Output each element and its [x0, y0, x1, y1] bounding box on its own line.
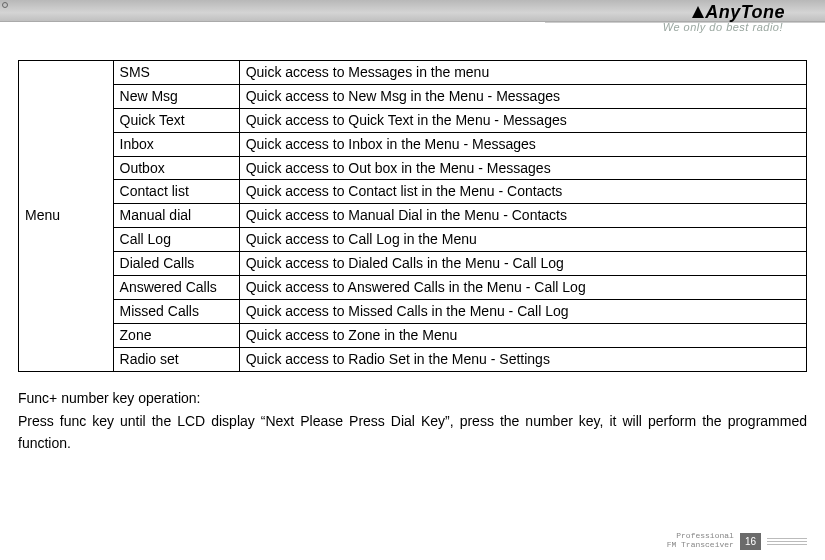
table-row: OutboxQuick access to Out box in the Men… [19, 156, 807, 180]
table-row: New MsgQuick access to New Msg in the Me… [19, 84, 807, 108]
page-footer: Professional FM Transceiver 16 [667, 532, 807, 550]
desc-cell: Quick access to Missed Calls in the Menu… [239, 299, 806, 323]
desc-cell: Quick access to Out box in the Menu - Me… [239, 156, 806, 180]
desc-cell: Quick access to Dialed Calls in the Menu… [239, 252, 806, 276]
category-cell: Menu [19, 61, 114, 372]
corner-dot-icon [2, 2, 8, 8]
name-cell: Missed Calls [113, 299, 239, 323]
desc-cell: Quick access to New Msg in the Menu - Me… [239, 84, 806, 108]
desc-cell: Quick access to Quick Text in the Menu -… [239, 108, 806, 132]
table-row: Radio setQuick access to Radio Set in th… [19, 347, 807, 371]
svg-marker-0 [692, 6, 704, 18]
name-cell: Quick Text [113, 108, 239, 132]
table-row: Dialed CallsQuick access to Dialed Calls… [19, 252, 807, 276]
brand-text: AnyTone [705, 2, 785, 22]
desc-cell: Quick access to Radio Set in the Menu - … [239, 347, 806, 371]
footer-text: Professional FM Transceiver [667, 532, 734, 550]
page-number: 16 [740, 533, 761, 550]
name-cell: Radio set [113, 347, 239, 371]
desc-cell: Quick access to Answered Calls in the Me… [239, 276, 806, 300]
desc-cell: Quick access to Inbox in the Menu - Mess… [239, 132, 806, 156]
page-content: Menu SMS Quick access to Messages in the… [0, 22, 825, 455]
name-cell: Answered Calls [113, 276, 239, 300]
paragraph: Press func key until the LCD display “Ne… [18, 411, 807, 454]
name-cell: Zone [113, 323, 239, 347]
menu-table: Menu SMS Quick access to Messages in the… [18, 60, 807, 372]
table-row: ZoneQuick access to Zone in the Menu [19, 323, 807, 347]
top-bar: AnyTone We only do best radio! [0, 0, 825, 22]
table-row: Manual dialQuick access to Manual Dial i… [19, 204, 807, 228]
body-text: Func+ number key operation: Press func k… [18, 388, 807, 455]
name-cell: SMS [113, 61, 239, 85]
name-cell: Call Log [113, 228, 239, 252]
footer-line: FM Transceiver [667, 541, 734, 550]
table-row: Answered CallsQuick access to Answered C… [19, 276, 807, 300]
name-cell: Dialed Calls [113, 252, 239, 276]
brand-underline [545, 22, 825, 23]
table-row: InboxQuick access to Inbox in the Menu -… [19, 132, 807, 156]
table-row: Contact listQuick access to Contact list… [19, 180, 807, 204]
table-row: Call LogQuick access to Call Log in the … [19, 228, 807, 252]
name-cell: New Msg [113, 84, 239, 108]
table-row: Quick TextQuick access to Quick Text in … [19, 108, 807, 132]
desc-cell: Quick access to Call Log in the Menu [239, 228, 806, 252]
desc-cell: Quick access to Messages in the menu [239, 61, 806, 85]
desc-cell: Quick access to Manual Dial in the Menu … [239, 204, 806, 228]
table-row: Menu SMS Quick access to Messages in the… [19, 61, 807, 85]
paragraph: Func+ number key operation: [18, 388, 807, 410]
name-cell: Contact list [113, 180, 239, 204]
brand-logo: AnyTone [663, 2, 785, 23]
table-row: Missed CallsQuick access to Missed Calls… [19, 299, 807, 323]
footer-lines-icon [767, 538, 807, 545]
desc-cell: Quick access to Contact list in the Menu… [239, 180, 806, 204]
brand-block: AnyTone We only do best radio! [663, 2, 785, 33]
name-cell: Manual dial [113, 204, 239, 228]
name-cell: Outbox [113, 156, 239, 180]
desc-cell: Quick access to Zone in the Menu [239, 323, 806, 347]
name-cell: Inbox [113, 132, 239, 156]
